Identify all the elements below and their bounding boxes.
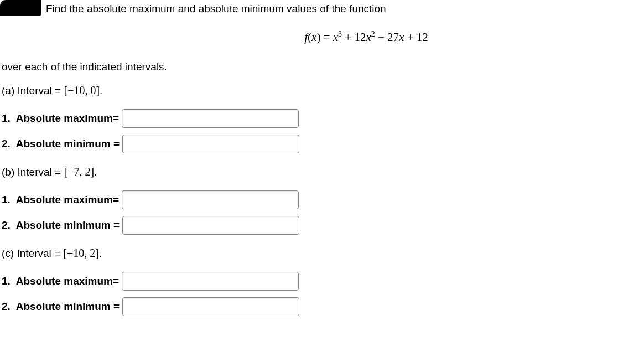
part-a-min-label: 2. Absolute minimum = bbox=[2, 138, 122, 150]
part-a-label: (a) Interval = [−10, 0]. bbox=[2, 84, 644, 97]
part-b-min-input[interactable] bbox=[122, 216, 299, 235]
part-c-min-label: 2. Absolute minimum = bbox=[2, 301, 122, 313]
function-formula: f(x) = x3 + 12x2 − 27x + 12 bbox=[0, 30, 644, 44]
part-c-max-label: 1. Absolute maximum= bbox=[2, 275, 122, 287]
part-b-label: (b) Interval = [−7, 2]. bbox=[2, 166, 644, 178]
part-a-max-input[interactable] bbox=[122, 109, 299, 128]
sub-instruction: over each of the indicated intervals. bbox=[2, 61, 644, 73]
part-a: (a) Interval = [−10, 0]. 1. Absolute max… bbox=[2, 84, 644, 153]
part-b-min-label: 2. Absolute minimum = bbox=[2, 219, 122, 231]
part-c-max-input[interactable] bbox=[122, 272, 299, 291]
part-c-min-input[interactable] bbox=[122, 297, 299, 316]
part-b: (b) Interval = [−7, 2]. 1. Absolute maxi… bbox=[2, 166, 644, 235]
part-b-max-input[interactable] bbox=[122, 190, 299, 209]
part-c: (c) Interval = [−10, 2]. 1. Absolute max… bbox=[2, 247, 644, 316]
part-c-label: (c) Interval = [−10, 2]. bbox=[2, 247, 644, 260]
part-b-max-label: 1. Absolute maximum= bbox=[2, 194, 122, 206]
part-a-min-input[interactable] bbox=[122, 135, 299, 153]
part-a-max-label: 1. Absolute maximum= bbox=[2, 112, 122, 125]
redaction-box bbox=[0, 0, 41, 16]
main-instruction: Find the absolute maximum and absolute m… bbox=[46, 2, 386, 15]
